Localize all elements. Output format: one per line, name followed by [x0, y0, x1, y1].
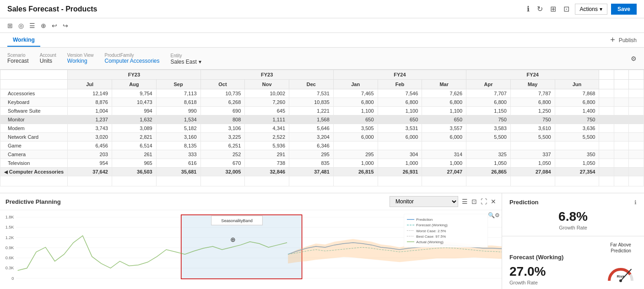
entity-value: Sales East	[171, 59, 197, 65]
actions-button[interactable]: Actions ▾	[575, 4, 607, 15]
row-empty-cell	[629, 150, 644, 159]
data-table: FY23 FY23 FY24 FY24 Jul Aug Sep Oct Nov …	[0, 70, 644, 186]
row-value-cell: 7,465	[333, 89, 378, 98]
forecast-card: Forecast (Working) 27.0% Growth Rate Far…	[502, 236, 644, 289]
layout-icon[interactable]: ⊡	[562, 3, 571, 15]
row-empty-cell	[614, 124, 628, 133]
row-value-cell	[378, 142, 422, 150]
grid-toolbar-icon[interactable]: ⊞	[7, 22, 13, 29]
chart-header: Predictive Planning Monitor Accessories …	[0, 193, 502, 210]
redo-icon[interactable]: ↪	[63, 22, 68, 29]
row-name-cell: Monitor	[0, 115, 68, 124]
prediction-growth-label: Growth Rate	[509, 225, 637, 230]
row-name-cell: Television	[0, 159, 68, 168]
row-value-cell: 1,004	[68, 107, 112, 115]
row-value-cell: 32,846	[245, 168, 289, 176]
settings-gear-icon[interactable]: ⚙	[631, 55, 637, 62]
tabs-bar: Working + Publish	[0, 33, 644, 48]
row-value-cell: 994	[112, 107, 156, 115]
org-toolbar-icon[interactable]: ⊕	[41, 22, 46, 29]
row-value-cell: 1,050	[510, 159, 555, 168]
row-value-cell: 650	[378, 115, 422, 124]
scenario-item-version: Version View Working	[67, 53, 94, 64]
account-value: Units	[40, 58, 56, 64]
add-tab-button[interactable]: +	[610, 35, 615, 45]
row-empty-cell	[599, 150, 614, 159]
col-extra2	[614, 80, 628, 89]
row-value-cell: 6,800	[555, 98, 599, 107]
row-value-cell: 1,000	[378, 159, 422, 168]
svg-text:0.6K: 0.6K	[5, 256, 14, 260]
row-value-cell: 6,000	[378, 133, 422, 142]
row-empty-cell	[599, 124, 614, 133]
row-empty-cell	[629, 168, 644, 176]
col-header-empty	[0, 70, 68, 80]
table-row: Network Card3,0202,8213,1603,2252,5223,2…	[0, 133, 644, 142]
row-value-cell: 3,204	[289, 133, 334, 142]
row-name-cell: Camera	[0, 150, 68, 159]
grid-icon[interactable]: ⊞	[548, 3, 558, 15]
row-value-cell: 3,225	[200, 133, 245, 142]
undo-icon[interactable]: ↩	[52, 22, 57, 29]
row-value-cell: 8,135	[156, 142, 200, 150]
row-value-cell: 3,610	[510, 124, 555, 133]
row-empty-cell	[629, 98, 644, 107]
chart-fullscreen-icon[interactable]: ⛶	[481, 198, 487, 205]
chart-svg: 1.8K 1.5K 1.2K 0.9K 0.6K 0.3K 0	[0, 210, 502, 289]
row-name-cell: Modem	[0, 124, 68, 133]
product-label: ProductFamily	[104, 53, 159, 58]
scenario-item-account: Account Units	[40, 53, 56, 64]
row-value-cell: 10,835	[289, 98, 334, 107]
table-empty-row	[0, 176, 644, 186]
row-value-cell: 645	[245, 107, 289, 115]
col-dec: Dec	[289, 80, 334, 89]
table-row: Software Suite1,0049949906906451,2211,10…	[0, 107, 644, 115]
toolbar: ⊞ ◎ ☰ ⊕ ↩ ↪	[0, 18, 644, 33]
forecast-growth-label: Growth Rate	[509, 280, 563, 285]
scenario-item-product: ProductFamily Computer Accessories	[104, 53, 159, 64]
entity-chevron-icon[interactable]: ▾	[199, 59, 201, 65]
row-value-cell: 3,505	[333, 124, 378, 133]
row-value-cell: 6,800	[510, 98, 555, 107]
tab-working[interactable]: Working	[7, 34, 40, 47]
header-actions: ℹ ↻ ⊞ ⊡ Actions ▾ Save	[525, 3, 637, 15]
row-value-cell: 1,534	[156, 115, 200, 124]
svg-point-33	[619, 279, 622, 282]
row-value-cell: 750	[555, 115, 599, 124]
forecast-working-title: Forecast (Working)	[509, 254, 563, 261]
prediction-growth-value: 6.8%	[509, 209, 637, 224]
col-sep: Sep	[156, 80, 200, 89]
svg-text:⚙: ⚙	[495, 212, 500, 218]
chart-expand-icon[interactable]: ⊡	[471, 198, 477, 205]
chart-body: 1.8K 1.5K 1.2K 0.9K 0.6K 0.3K 0	[0, 210, 502, 289]
chart-toolbar-icon[interactable]: ◎	[18, 22, 24, 29]
row-value-cell: 1,111	[245, 115, 289, 124]
info-icon[interactable]: ℹ	[525, 3, 531, 15]
row-value-cell: 965	[112, 159, 156, 168]
chart-close-icon[interactable]: ✕	[491, 198, 496, 205]
row-value-cell: 738	[245, 159, 289, 168]
publish-button[interactable]: Publish	[619, 37, 637, 44]
row-name-cell: Accessories	[0, 89, 68, 98]
version-value: Working	[67, 58, 94, 64]
row-empty-cell	[629, 107, 644, 115]
row-empty-cell	[614, 89, 628, 98]
col-mar: Mar	[422, 80, 466, 89]
svg-text:0.3K: 0.3K	[5, 266, 14, 271]
refresh-icon[interactable]: ↻	[535, 3, 545, 15]
chart-product-dropdown[interactable]: Monitor Accessories Keyboard	[390, 196, 458, 207]
prediction-info-icon[interactable]: ℹ	[634, 199, 637, 206]
row-empty-cell	[614, 150, 628, 159]
row-value-cell: 3,743	[68, 124, 112, 133]
row-value-cell: 650	[333, 115, 378, 124]
table-toolbar-icon[interactable]: ☰	[29, 22, 35, 29]
svg-text:1.8K: 1.8K	[5, 215, 14, 219]
row-empty-cell	[629, 133, 644, 142]
col-nov: Nov	[245, 80, 289, 89]
row-value-cell: 35,681	[156, 168, 200, 176]
row-value-cell: 750	[466, 115, 511, 124]
row-value-cell: 203	[68, 150, 112, 159]
row-value-cell: 27,047	[422, 168, 466, 176]
chart-list-icon[interactable]: ☰	[462, 198, 468, 205]
save-button[interactable]: Save	[611, 4, 637, 15]
